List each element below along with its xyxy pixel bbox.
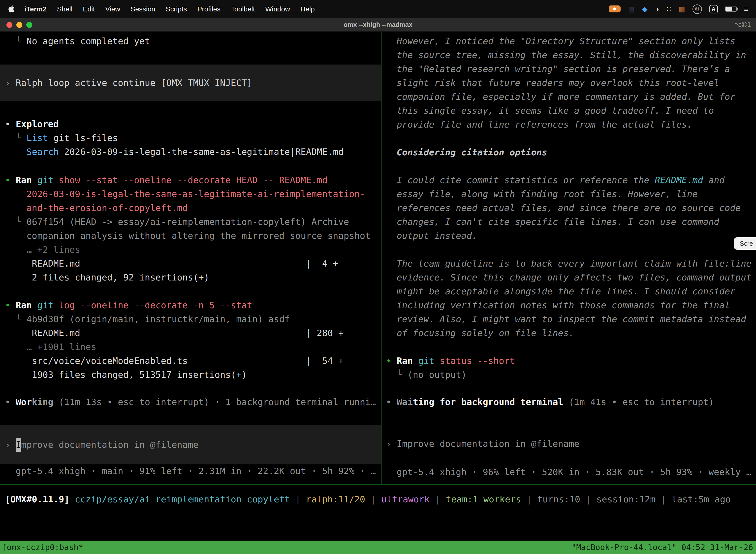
terminal-line: and-the-erosion-of-copyleft.md: [5, 201, 381, 215]
omx-status-segment: team:1 workers: [446, 494, 521, 504]
terminal-line: companion analysis without altering the …: [5, 229, 381, 243]
terminal-line: Considering citation options: [386, 146, 756, 159]
menu-item-scripts[interactable]: Scripts: [166, 5, 187, 13]
screen-tooltip-button[interactable]: Scre: [734, 237, 756, 250]
blank-space: [5, 409, 381, 425]
tmux-session-label: [omx-cczip0:bash*: [2, 543, 83, 552]
right-terminal-pane[interactable]: However, I noticed the "Directory Struct…: [382, 32, 756, 484]
terminal-line: src/voice/voiceModeEnabled.ts | 54 +: [5, 354, 381, 368]
terminal-line: └ List git ls-files: [5, 131, 381, 145]
terminal-window: iTerm2ShellEditViewSessionScriptsProfile…: [0, 0, 756, 554]
battery-nub: [737, 8, 738, 10]
terminal-line: essay file, along with finding root file…: [386, 187, 756, 201]
terminal-line: provide file and line references from th…: [386, 118, 756, 131]
terminal-line: • Ran git show --stat --oneline --decora…: [5, 173, 381, 187]
tmux-host-clock-label: "MacBook-Pro-44.local" 04:52 31-Mar-26: [571, 543, 753, 552]
screen-recording-indicator-icon[interactable]: [609, 5, 621, 12]
blank-space: [5, 382, 381, 395]
terminal-line: The team guideline is to back every impo…: [386, 257, 756, 271]
terminal-line: gpt-5.4 xhigh · main · 91% left · 2.31M …: [5, 464, 381, 478]
menu-item-edit[interactable]: Edit: [83, 5, 95, 13]
minimize-button[interactable]: [16, 21, 22, 27]
terminal-line: └ 067f154 (HEAD -> essay/ai-reimplementa…: [5, 215, 381, 229]
terminal-line: slight risk that future readers may over…: [386, 76, 756, 90]
terminal-line: 1903 files changed, 513517 insertions(+): [5, 368, 381, 382]
omx-status-segment: [OMX#0.11.9]: [5, 494, 75, 504]
blank-space: [5, 159, 381, 173]
terminal-line: review. Also, I might want to inspect th…: [386, 312, 756, 326]
tmux-status-bar: [omx-cczip0:bash* "MacBook-Pro-44.local"…: [0, 541, 756, 554]
menu-item-toolbelt[interactable]: Toolbelt: [231, 5, 255, 13]
menu-item-window[interactable]: Window: [265, 5, 290, 13]
recording-dot-icon: [613, 7, 616, 10]
blank-space: [386, 340, 756, 354]
window-manager-icon[interactable]: ▤: [628, 5, 634, 12]
terminal-line: companion file, especially if more comme…: [386, 90, 756, 104]
terminal-line: including verification notes with those …: [386, 298, 756, 312]
omx-status-segment: turns:10: [537, 494, 580, 504]
blank-space: [386, 159, 756, 173]
menu-items: iTerm2ShellEditViewSessionScriptsProfile…: [24, 5, 315, 13]
blank-space: [5, 284, 381, 298]
terminal-line: 2 files changed, 92 insertions(+): [5, 271, 381, 284]
menu-item-view[interactable]: View: [105, 5, 120, 13]
omx-status-segment: session:12m: [596, 494, 655, 504]
terminal-line: • Waiting for background terminal (1m 41…: [386, 395, 756, 409]
moon-icon[interactable]: ◑: [655, 5, 659, 12]
terminal-line: README.md | 4 +: [5, 257, 381, 271]
terminal-line: › Improve documentation in @filename: [386, 437, 756, 451]
terminal-line: the "Related research writing" section i…: [386, 62, 756, 76]
terminal-line: gpt-5.4 xhigh · 96% left · 520K in · 5.8…: [386, 465, 756, 479]
keypad-icon[interactable]: ▦: [678, 5, 685, 12]
tab-shortcut-label: ⌥⌘1: [735, 21, 751, 28]
input-source-icon[interactable]: A: [709, 5, 718, 13]
menu-item-iterm2[interactable]: iTerm2: [24, 5, 47, 13]
apple-menu-icon[interactable]: [8, 5, 15, 13]
terminal-line: However, I noticed the "Directory Struct…: [386, 34, 756, 48]
prompt-input[interactable]: › Ralph loop active continue [OMX_TMUX_I…: [0, 64, 381, 101]
omx-status-segment: |: [430, 494, 446, 504]
control-center-icon[interactable]: ≡: [744, 5, 748, 12]
terminal-line: … +2 lines: [5, 243, 381, 257]
omx-status-segment: |: [521, 494, 537, 504]
terminal-line: output instead.: [386, 229, 756, 243]
terminal-line: • Ran git status --short: [386, 354, 756, 368]
close-button[interactable]: [6, 21, 12, 27]
terminal-line: • Ran git log --oneline --decorate -n 5 …: [5, 298, 381, 312]
omx-status-segment: |: [580, 494, 596, 504]
terminal-line: Search 2026-03-09-is-legal-the-same-as-l…: [5, 145, 381, 159]
menu-item-profiles[interactable]: Profiles: [197, 5, 220, 13]
terminal-line: this single essay, it seems like a good …: [386, 104, 756, 118]
window-controls: [6, 18, 32, 31]
battery-gauge-icon[interactable]: 61: [693, 4, 702, 14]
menu-item-session[interactable]: Session: [130, 5, 155, 13]
omx-status-segment: last:5m ago: [672, 494, 731, 504]
omx-status-segment: |: [655, 494, 672, 504]
battery-fill: [726, 7, 732, 11]
terminal-line: └ (no output): [386, 368, 756, 382]
menu-item-shell[interactable]: Shell: [57, 5, 72, 13]
prompt-input[interactable]: › Improve documentation in @filename: [0, 425, 381, 464]
terminal-line: • Working (11m 13s • esc to interrupt) ·…: [5, 395, 381, 409]
omx-status-segment: ralph:11/20: [306, 494, 365, 504]
blank-space: [386, 131, 756, 146]
battery-icon[interactable]: [725, 6, 737, 12]
left-terminal-pane[interactable]: └ No agents completed yet› Ralph loop ac…: [0, 32, 381, 484]
blank-space: [5, 101, 381, 117]
terminal-line: evidence. Since this change only affects…: [386, 271, 756, 284]
blank-space: [5, 48, 381, 64]
terminal-line: changes, I can't cite specific file line…: [386, 215, 756, 229]
omx-status-segment: cczip/essay/ai-reimplementation-copyleft: [75, 494, 290, 504]
window-title-bar[interactable]: omx --xhigh --madmax ⌥⌘1: [0, 18, 756, 32]
menu-item-help[interactable]: Help: [300, 5, 315, 13]
terminal-line: └ 4b9d30f (origin/main, instructkr/main,…: [5, 312, 381, 326]
terminal-line: might be acceptable alongside the file l…: [386, 284, 756, 298]
omx-status-segment: ultrawork: [381, 494, 430, 504]
launcher-icon[interactable]: ◆: [642, 5, 648, 12]
terminal-line: … +1901 lines: [5, 340, 381, 354]
blank-space: [386, 451, 756, 465]
omx-status-segment: |: [290, 494, 306, 504]
zoom-button[interactable]: [26, 21, 32, 27]
omx-status-segment: |: [365, 494, 381, 504]
grid-icon[interactable]: ∷: [667, 5, 671, 12]
